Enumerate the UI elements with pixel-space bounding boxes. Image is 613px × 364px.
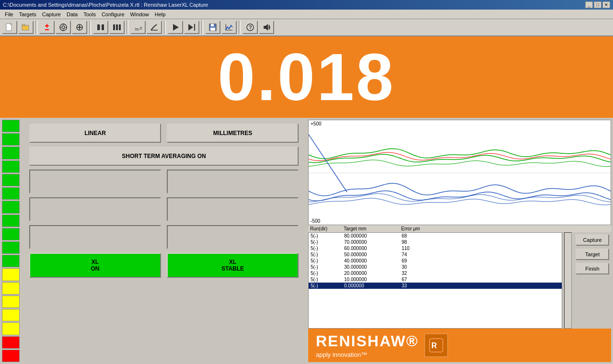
table-row[interactable]: 5(-)80.00000068 [309, 233, 562, 239]
help-button[interactable]: ? [243, 21, 258, 34]
table-row[interactable]: 5(-)20.00000032 [309, 270, 562, 276]
cell-run: 5(-) [311, 246, 344, 251]
cell-error: 69 [402, 258, 440, 263]
chart-button[interactable] [221, 21, 237, 34]
table-scrollbar[interactable] [564, 232, 572, 329]
col-run: Run(dir) [310, 226, 344, 231]
toolbar-sep-6 [239, 21, 241, 34]
table-row[interactable]: 5(-)40.00000069 [309, 258, 562, 264]
cell-target: 10.000000 [344, 277, 402, 282]
save-button[interactable] [205, 21, 220, 34]
play-button[interactable] [168, 21, 183, 34]
maximize-button[interactable]: □ [594, 1, 601, 8]
table-row[interactable]: 5(-)30.00000030 [309, 264, 562, 270]
menu-item-targets[interactable]: Targets [16, 11, 39, 18]
table-row[interactable]: 5(-)60.000000110 [309, 245, 562, 251]
menu-item-help[interactable]: Help [152, 11, 169, 18]
menu-item-data[interactable]: Data [64, 11, 81, 18]
toolbar-sep-3 [127, 21, 128, 34]
table-header: Run(dir) Target mm Error μm [308, 225, 611, 232]
ramp-button[interactable] [147, 21, 162, 34]
display-row-1 [29, 170, 299, 193]
toolbar-sep-4 [164, 21, 166, 34]
svg-point-16 [79, 26, 81, 28]
cell-error: 110 [402, 246, 440, 251]
data-table-area: 5(-)80.000000685(-)70.000000985(-)60.000… [308, 232, 611, 329]
reset-button[interactable]: ←.0.00 [130, 21, 146, 34]
cell-run: 5(-) [311, 271, 344, 276]
play-next-button[interactable] [184, 21, 199, 34]
chart-area: +500 -500 [308, 120, 611, 225]
table-row[interactable]: 5(-)0.00000033 [309, 283, 562, 289]
svg-rect-31 [210, 28, 215, 31]
cell-run: 5(-) [311, 283, 344, 288]
run-single-button[interactable] [93, 21, 108, 34]
cell-error: 32 [402, 271, 440, 276]
menu-bar: FileTargetsCaptureDataToolsConfigureWind… [0, 10, 613, 19]
signal-segment [2, 296, 20, 308]
run-multi-button[interactable] [109, 21, 125, 34]
target-button[interactable] [56, 21, 71, 34]
crosshair-button[interactable] [72, 21, 87, 34]
table-row[interactable]: 5(-)10.00000067 [309, 276, 562, 283]
xl-stable-button[interactable]: XL STABLE [167, 253, 299, 278]
cell-error: 33 [402, 283, 440, 288]
display-box-1 [29, 170, 161, 193]
cell-target: 60.000000 [344, 246, 402, 251]
content-area: LINEAR MILLIMETRES SHORT TERM AVERAGING … [0, 118, 613, 364]
open-button[interactable] [18, 21, 34, 34]
menu-item-capture[interactable]: Capture [39, 11, 64, 18]
averaging-row: SHORT TERM AVERAGING ON [29, 147, 299, 166]
averaging-button[interactable]: SHORT TERM AVERAGING ON [29, 147, 299, 166]
target-button-right[interactable]: Target [576, 249, 609, 260]
svg-marker-27 [188, 24, 193, 31]
svg-rect-28 [194, 24, 195, 31]
svg-point-8 [62, 26, 65, 29]
table-row[interactable]: 5(-)70.00000098 [309, 239, 562, 245]
signal-segment [2, 215, 20, 227]
linear-button[interactable]: LINEAR [29, 124, 161, 143]
brand-name: RENISHAW® [316, 332, 418, 350]
signal-segment [2, 160, 20, 173]
signal-segment [2, 201, 20, 213]
toolbar: ←.0.00 ? [0, 19, 613, 36]
new-button[interactable] [2, 21, 17, 34]
col-target: Target mm [344, 226, 401, 231]
signal-segment [2, 187, 20, 200]
toolbar-sep-1 [35, 21, 37, 34]
menu-item-file[interactable]: File [2, 11, 16, 18]
display-box-2 [167, 170, 299, 193]
plus-minus-button[interactable] [39, 21, 55, 34]
capture-button[interactable]: Capture [576, 234, 609, 246]
signal-bar [0, 118, 22, 364]
signal-segment [2, 322, 20, 335]
svg-text:R: R [431, 341, 437, 350]
cell-target: 30.000000 [344, 264, 402, 270]
close-button[interactable]: ✕ [602, 1, 610, 8]
svg-rect-20 [113, 24, 115, 30]
toolbar-sep-5 [201, 21, 203, 34]
menu-item-tools[interactable]: Tools [81, 11, 99, 18]
millimetres-button[interactable]: MILLIMETRES [167, 124, 299, 143]
tagline: apply innovation™ [316, 351, 418, 358]
svg-marker-26 [173, 24, 179, 31]
minimize-button[interactable]: _ [585, 1, 593, 8]
signal-segment [2, 350, 20, 362]
window-controls[interactable]: _ □ ✕ [585, 1, 610, 8]
svg-rect-3 [22, 24, 25, 26]
main-value: 0.018 [218, 44, 395, 111]
logo-icon: R [424, 333, 448, 357]
svg-text:?: ? [249, 24, 252, 30]
finish-button[interactable]: Finish [576, 263, 609, 274]
table-row[interactable]: 5(-)50.00000074 [309, 251, 562, 258]
cell-error: 30 [402, 264, 440, 270]
signal-segment [2, 268, 20, 281]
xl-on-button[interactable]: XL ON [29, 253, 161, 278]
cell-run: 5(-) [311, 239, 344, 245]
signal-segment [2, 133, 20, 146]
speaker-button[interactable] [259, 21, 274, 34]
svg-marker-36 [264, 24, 268, 31]
menu-item-configure[interactable]: Configure [99, 11, 127, 18]
menu-item-window[interactable]: Window [127, 11, 152, 18]
cell-target: 0.000000 [344, 283, 402, 288]
